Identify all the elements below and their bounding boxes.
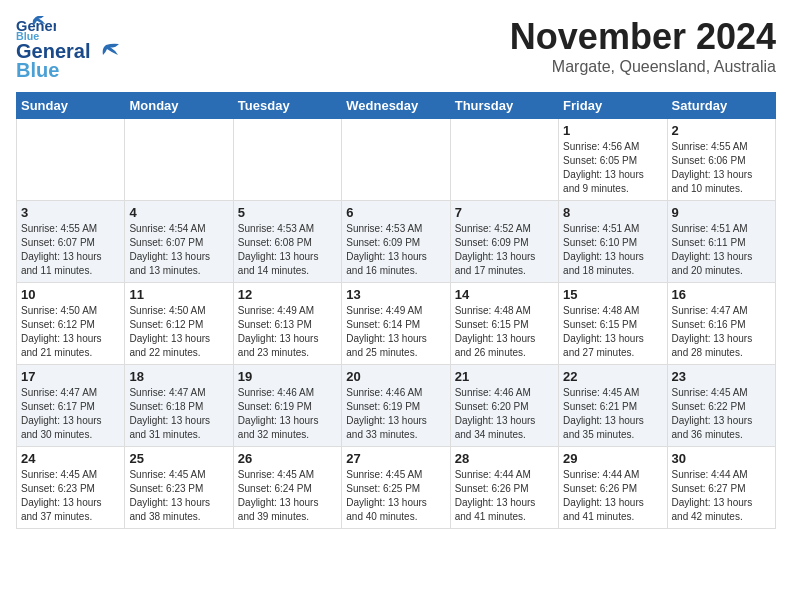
weekday-header-tuesday: Tuesday (233, 93, 341, 119)
day-info: Sunrise: 4:48 AM Sunset: 6:15 PM Dayligh… (455, 304, 554, 360)
week-row-4: 24Sunrise: 4:45 AM Sunset: 6:23 PM Dayli… (17, 447, 776, 529)
calendar-cell: 11Sunrise: 4:50 AM Sunset: 6:12 PM Dayli… (125, 283, 233, 365)
day-number: 8 (563, 205, 662, 220)
day-number: 30 (672, 451, 771, 466)
week-row-2: 10Sunrise: 4:50 AM Sunset: 6:12 PM Dayli… (17, 283, 776, 365)
day-number: 12 (238, 287, 337, 302)
calendar-cell: 21Sunrise: 4:46 AM Sunset: 6:20 PM Dayli… (450, 365, 558, 447)
calendar-cell: 1Sunrise: 4:56 AM Sunset: 6:05 PM Daylig… (559, 119, 667, 201)
calendar-cell (125, 119, 233, 201)
day-info: Sunrise: 4:48 AM Sunset: 6:15 PM Dayligh… (563, 304, 662, 360)
weekday-header-row: SundayMondayTuesdayWednesdayThursdayFrid… (17, 93, 776, 119)
day-number: 27 (346, 451, 445, 466)
day-info: Sunrise: 4:45 AM Sunset: 6:21 PM Dayligh… (563, 386, 662, 442)
day-info: Sunrise: 4:56 AM Sunset: 6:05 PM Dayligh… (563, 140, 662, 196)
weekday-header-wednesday: Wednesday (342, 93, 450, 119)
day-info: Sunrise: 4:53 AM Sunset: 6:08 PM Dayligh… (238, 222, 337, 278)
day-number: 24 (21, 451, 120, 466)
calendar-cell: 8Sunrise: 4:51 AM Sunset: 6:10 PM Daylig… (559, 201, 667, 283)
day-info: Sunrise: 4:45 AM Sunset: 6:24 PM Dayligh… (238, 468, 337, 524)
day-number: 6 (346, 205, 445, 220)
day-number: 18 (129, 369, 228, 384)
day-number: 15 (563, 287, 662, 302)
day-number: 3 (21, 205, 120, 220)
day-number: 5 (238, 205, 337, 220)
title-area: November 2024 Margate, Queensland, Austr… (510, 16, 776, 76)
day-info: Sunrise: 4:46 AM Sunset: 6:19 PM Dayligh… (346, 386, 445, 442)
day-number: 26 (238, 451, 337, 466)
day-number: 23 (672, 369, 771, 384)
calendar-cell: 20Sunrise: 4:46 AM Sunset: 6:19 PM Dayli… (342, 365, 450, 447)
day-number: 25 (129, 451, 228, 466)
day-number: 13 (346, 287, 445, 302)
day-number: 4 (129, 205, 228, 220)
day-info: Sunrise: 4:55 AM Sunset: 6:07 PM Dayligh… (21, 222, 120, 278)
calendar-cell: 12Sunrise: 4:49 AM Sunset: 6:13 PM Dayli… (233, 283, 341, 365)
calendar-cell: 3Sunrise: 4:55 AM Sunset: 6:07 PM Daylig… (17, 201, 125, 283)
calendar-cell: 6Sunrise: 4:53 AM Sunset: 6:09 PM Daylig… (342, 201, 450, 283)
calendar-cell: 19Sunrise: 4:46 AM Sunset: 6:19 PM Dayli… (233, 365, 341, 447)
calendar-cell: 27Sunrise: 4:45 AM Sunset: 6:25 PM Dayli… (342, 447, 450, 529)
day-info: Sunrise: 4:44 AM Sunset: 6:27 PM Dayligh… (672, 468, 771, 524)
day-info: Sunrise: 4:50 AM Sunset: 6:12 PM Dayligh… (129, 304, 228, 360)
day-number: 14 (455, 287, 554, 302)
calendar-cell: 2Sunrise: 4:55 AM Sunset: 6:06 PM Daylig… (667, 119, 775, 201)
day-number: 16 (672, 287, 771, 302)
calendar-cell: 26Sunrise: 4:45 AM Sunset: 6:24 PM Dayli… (233, 447, 341, 529)
calendar-cell: 14Sunrise: 4:48 AM Sunset: 6:15 PM Dayli… (450, 283, 558, 365)
calendar-cell: 7Sunrise: 4:52 AM Sunset: 6:09 PM Daylig… (450, 201, 558, 283)
day-info: Sunrise: 4:44 AM Sunset: 6:26 PM Dayligh… (563, 468, 662, 524)
calendar-cell: 29Sunrise: 4:44 AM Sunset: 6:26 PM Dayli… (559, 447, 667, 529)
calendar-cell (233, 119, 341, 201)
day-info: Sunrise: 4:50 AM Sunset: 6:12 PM Dayligh… (21, 304, 120, 360)
calendar-cell: 15Sunrise: 4:48 AM Sunset: 6:15 PM Dayli… (559, 283, 667, 365)
calendar-cell: 9Sunrise: 4:51 AM Sunset: 6:11 PM Daylig… (667, 201, 775, 283)
day-number: 9 (672, 205, 771, 220)
day-info: Sunrise: 4:47 AM Sunset: 6:16 PM Dayligh… (672, 304, 771, 360)
day-info: Sunrise: 4:46 AM Sunset: 6:20 PM Dayligh… (455, 386, 554, 442)
day-number: 11 (129, 287, 228, 302)
day-info: Sunrise: 4:51 AM Sunset: 6:10 PM Dayligh… (563, 222, 662, 278)
day-number: 10 (21, 287, 120, 302)
day-info: Sunrise: 4:51 AM Sunset: 6:11 PM Dayligh… (672, 222, 771, 278)
day-number: 28 (455, 451, 554, 466)
day-number: 17 (21, 369, 120, 384)
day-info: Sunrise: 4:55 AM Sunset: 6:06 PM Dayligh… (672, 140, 771, 196)
location-title: Margate, Queensland, Australia (510, 58, 776, 76)
day-info: Sunrise: 4:54 AM Sunset: 6:07 PM Dayligh… (129, 222, 228, 278)
weekday-header-sunday: Sunday (17, 93, 125, 119)
month-title: November 2024 (510, 16, 776, 58)
day-number: 7 (455, 205, 554, 220)
calendar-cell: 5Sunrise: 4:53 AM Sunset: 6:08 PM Daylig… (233, 201, 341, 283)
calendar-cell (17, 119, 125, 201)
calendar-cell: 18Sunrise: 4:47 AM Sunset: 6:18 PM Dayli… (125, 365, 233, 447)
day-info: Sunrise: 4:49 AM Sunset: 6:14 PM Dayligh… (346, 304, 445, 360)
week-row-1: 3Sunrise: 4:55 AM Sunset: 6:07 PM Daylig… (17, 201, 776, 283)
calendar-cell: 16Sunrise: 4:47 AM Sunset: 6:16 PM Dayli… (667, 283, 775, 365)
day-number: 22 (563, 369, 662, 384)
calendar-cell: 13Sunrise: 4:49 AM Sunset: 6:14 PM Dayli… (342, 283, 450, 365)
calendar-cell: 23Sunrise: 4:45 AM Sunset: 6:22 PM Dayli… (667, 365, 775, 447)
day-info: Sunrise: 4:45 AM Sunset: 6:25 PM Dayligh… (346, 468, 445, 524)
calendar-cell: 17Sunrise: 4:47 AM Sunset: 6:17 PM Dayli… (17, 365, 125, 447)
day-info: Sunrise: 4:46 AM Sunset: 6:19 PM Dayligh… (238, 386, 337, 442)
day-info: Sunrise: 4:47 AM Sunset: 6:17 PM Dayligh… (21, 386, 120, 442)
week-row-3: 17Sunrise: 4:47 AM Sunset: 6:17 PM Dayli… (17, 365, 776, 447)
calendar-cell: 28Sunrise: 4:44 AM Sunset: 6:26 PM Dayli… (450, 447, 558, 529)
day-info: Sunrise: 4:49 AM Sunset: 6:13 PM Dayligh… (238, 304, 337, 360)
calendar-cell: 30Sunrise: 4:44 AM Sunset: 6:27 PM Dayli… (667, 447, 775, 529)
weekday-header-friday: Friday (559, 93, 667, 119)
day-info: Sunrise: 4:45 AM Sunset: 6:23 PM Dayligh… (129, 468, 228, 524)
weekday-header-monday: Monday (125, 93, 233, 119)
day-info: Sunrise: 4:47 AM Sunset: 6:18 PM Dayligh… (129, 386, 228, 442)
day-number: 20 (346, 369, 445, 384)
day-info: Sunrise: 4:44 AM Sunset: 6:26 PM Dayligh… (455, 468, 554, 524)
calendar-table: SundayMondayTuesdayWednesdayThursdayFrid… (16, 92, 776, 529)
week-row-0: 1Sunrise: 4:56 AM Sunset: 6:05 PM Daylig… (17, 119, 776, 201)
weekday-header-saturday: Saturday (667, 93, 775, 119)
day-info: Sunrise: 4:45 AM Sunset: 6:22 PM Dayligh… (672, 386, 771, 442)
calendar-cell (342, 119, 450, 201)
day-info: Sunrise: 4:52 AM Sunset: 6:09 PM Dayligh… (455, 222, 554, 278)
calendar-cell: 10Sunrise: 4:50 AM Sunset: 6:12 PM Dayli… (17, 283, 125, 365)
logo-bird-icon: General Blue (16, 16, 56, 40)
